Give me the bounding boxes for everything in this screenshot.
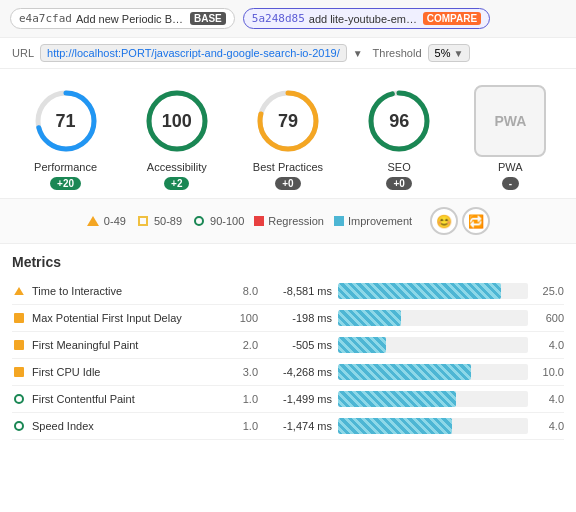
score-performance: 71 Performance +20 [30,85,102,190]
metrics-section: Metrics Time to Interactive 8.0 -8,581 m… [0,244,576,450]
legend-improvement-label: Improvement [348,215,412,227]
legend-buttons: 😊 🔁 [430,207,490,235]
score-seo-label: SEO [388,161,411,173]
metric-max-time-to-interactive: 25.0 [534,285,564,297]
legend-regression: Regression [254,215,324,227]
metric-bar-time-to-interactive [338,283,528,299]
metric-row-first-meaningful-paint: First Meaningful Paint 2.0 -505 ms 4.0 [12,332,564,359]
circle-green-icon [192,214,206,228]
score-seo-delta: +0 [386,177,411,190]
square-yellow-icon [136,214,150,228]
metric-name-first-contentful-paint: First Contentful Paint [32,393,222,405]
metric-max-first-meaningful-paint: 4.0 [534,339,564,351]
legend-btn-1[interactable]: 😊 [430,207,458,235]
pwa-box: PWA [474,85,546,157]
metric-name-first-cpu-idle: First CPU Idle [32,366,222,378]
regression-icon [254,216,264,226]
score-pwa-delta: - [502,177,519,190]
metric-icon-circle-green-1 [12,392,26,406]
metric-max-max-potential-fid: 600 [534,312,564,324]
score-seo: 96 SEO +0 [363,85,435,190]
threshold-dropdown-icon: ▼ [453,48,463,59]
legend-50-89-label: 50-89 [154,215,182,227]
metric-base-first-meaningful-paint: 2.0 [228,339,258,351]
metric-base-first-cpu-idle: 3.0 [228,366,258,378]
metric-delta-first-contentful-paint: -1,499 ms [264,393,332,405]
score-accessibility: 100 Accessibility +2 [141,85,213,190]
metric-base-speed-index: 1.0 [228,420,258,432]
score-accessibility-label: Accessibility [147,161,207,173]
score-accessibility-value: 100 [162,111,192,132]
legend-regression-label: Regression [268,215,324,227]
compare-label: add lite-youtube-embed [309,13,419,25]
score-seo-value: 96 [389,111,409,132]
score-best-practices-label: Best Practices [253,161,323,173]
threshold-label: Threshold [373,47,422,59]
score-pwa-label: PWA [498,161,523,173]
metric-icon-circle-green-2 [12,419,26,433]
metric-base-max-potential-fid: 100 [228,312,258,324]
legend-btn-2[interactable]: 🔁 [462,207,490,235]
metric-bar-first-meaningful-paint [338,337,528,353]
metric-max-first-contentful-paint: 4.0 [534,393,564,405]
base-badge: BASE [190,12,226,25]
score-best-practices-delta: +0 [275,177,300,190]
metric-row-time-to-interactive: Time to Interactive 8.0 -8,581 ms 25.0 [12,278,564,305]
metric-name-max-potential-fid: Max Potential First Input Delay [32,312,222,324]
legend-90-100-label: 90-100 [210,215,244,227]
threshold-selector[interactable]: 5% ▼ [428,44,471,62]
metric-icon-square-orange-2 [12,338,26,352]
legend-0-49-label: 0-49 [104,215,126,227]
score-performance-label: Performance [34,161,97,173]
legend-90-100: 90-100 [192,214,244,228]
score-best-practices-value: 79 [278,111,298,132]
metric-delta-first-meaningful-paint: -505 ms [264,339,332,351]
metric-icon-square-orange-1 [12,311,26,325]
metric-row-speed-index: Speed Index 1.0 -1,474 ms 4.0 [12,413,564,440]
metric-delta-time-to-interactive: -8,581 ms [264,285,332,297]
metric-bar-first-cpu-idle [338,364,528,380]
score-performance-value: 71 [56,111,76,132]
metric-name-time-to-interactive: Time to Interactive [32,285,222,297]
base-hash: e4a7cfad [19,12,72,25]
gauge-performance: 71 [30,85,102,157]
metrics-title: Metrics [12,254,564,270]
metric-bar-max-potential-fid [338,310,528,326]
metric-bar-first-contentful-paint [338,391,528,407]
base-label: Add new Periodic Bac... [76,13,186,25]
metric-bar-speed-index [338,418,528,434]
metric-delta-first-cpu-idle: -4,268 ms [264,366,332,378]
gauge-seo: 96 [363,85,435,157]
score-pwa: PWA PWA - [474,85,546,190]
metric-max-first-cpu-idle: 10.0 [534,366,564,378]
legend-0-49: 0-49 [86,214,126,228]
triangle-icon [86,214,100,228]
metric-delta-max-potential-fid: -198 ms [264,312,332,324]
gauge-accessibility: 100 [141,85,213,157]
metric-icon-triangle [12,284,26,298]
base-commit-btn[interactable]: e4a7cfad Add new Periodic Bac... BASE [10,8,235,29]
improvement-icon [334,216,344,226]
score-accessibility-delta: +2 [164,177,189,190]
metric-delta-speed-index: -1,474 ms [264,420,332,432]
metric-name-first-meaningful-paint: First Meaningful Paint [32,339,222,351]
metric-row-first-contentful-paint: First Contentful Paint 1.0 -1,499 ms 4.0 [12,386,564,413]
metric-base-time-to-interactive: 8.0 [228,285,258,297]
url-dropdown-icon: ▼ [353,48,363,59]
url-label: URL [12,47,34,59]
score-best-practices: 79 Best Practices +0 [252,85,324,190]
top-bar: e4a7cfad Add new Periodic Bac... BASE 5a… [0,0,576,38]
legend-50-89: 50-89 [136,214,182,228]
compare-badge: COMPARE [423,12,481,25]
legend-improvement: Improvement [334,215,412,227]
metric-icon-square-orange-3 [12,365,26,379]
score-performance-delta: +20 [50,177,81,190]
compare-hash: 5a248d85 [252,12,305,25]
compare-commit-btn[interactable]: 5a248d85 add lite-youtube-embed COMPARE [243,8,490,29]
url-bar: URL http://localhost:PORT/javascript-and… [0,38,576,69]
gauge-best-practices: 79 [252,85,324,157]
metric-name-speed-index: Speed Index [32,420,222,432]
metric-row-first-cpu-idle: First CPU Idle 3.0 -4,268 ms 10.0 [12,359,564,386]
url-selector[interactable]: http://localhost:PORT/javascript-and-goo… [40,44,347,62]
metric-row-max-potential-fid: Max Potential First Input Delay 100 -198… [12,305,564,332]
